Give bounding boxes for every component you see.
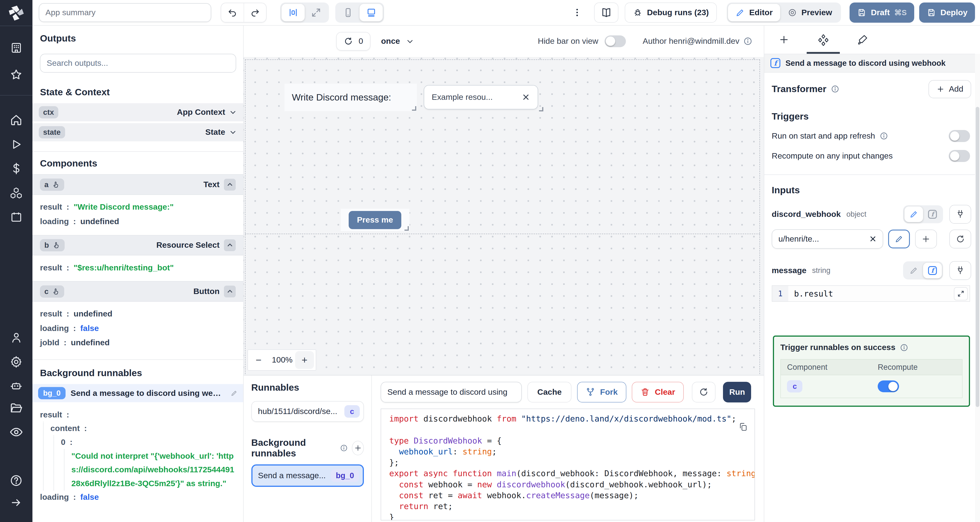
recompute-c-toggle[interactable] [878, 380, 899, 392]
chevron-up-icon[interactable] [224, 239, 236, 251]
info-icon[interactable] [831, 84, 840, 94]
runnable-item[interactable]: hub/1511/discord/se... c [251, 401, 364, 422]
billing-dollar-icon[interactable] [0, 162, 32, 175]
expand-editor-icon[interactable] [954, 287, 968, 300]
kv-value[interactable]: false [80, 324, 99, 333]
workspace-icon[interactable] [0, 41, 32, 54]
kv-value[interactable]: "Write Discord message:" [73, 202, 173, 212]
info-icon[interactable] [880, 132, 888, 140]
workers-robot-icon[interactable] [0, 379, 32, 393]
cache-button[interactable]: Cache [527, 382, 571, 403]
schedule-dropdown[interactable]: once [381, 37, 414, 46]
kv-value[interactable]: undefined [73, 309, 112, 318]
edit-resource-button[interactable] [888, 229, 910, 248]
ctx-row[interactable]: ctx App Context [32, 103, 243, 121]
run-on-start-toggle[interactable] [949, 130, 970, 142]
kv-value[interactable]: undefined [80, 217, 119, 226]
resource-select-component[interactable]: Example resou... [424, 85, 538, 109]
script-name-input[interactable] [381, 382, 522, 403]
text-component[interactable]: Write Discord message: [285, 84, 417, 111]
resize-handle[interactable] [412, 106, 416, 110]
component-row-a[interactable]: a Text [32, 174, 243, 195]
add-resource-button[interactable] [915, 229, 937, 248]
users-icon[interactable] [0, 331, 32, 344]
zoom-out-button[interactable]: − [248, 350, 269, 370]
tab-insert-component[interactable] [764, 25, 804, 54]
component-row-c[interactable]: c Button [32, 281, 243, 302]
resize-handle[interactable] [539, 107, 543, 111]
fork-button[interactable]: Fork [577, 382, 626, 403]
tab-styling[interactable] [843, 25, 883, 54]
recompute-any-toggle[interactable] [949, 150, 970, 162]
info-icon[interactable] [340, 444, 348, 452]
audit-eye-icon[interactable] [0, 425, 32, 439]
fullscreen-button[interactable] [305, 4, 328, 21]
tab-component-settings[interactable] [803, 25, 843, 54]
refresh-count-button[interactable]: 0 [336, 32, 371, 51]
redo-button[interactable] [243, 3, 266, 22]
tree-key[interactable]: content [50, 424, 80, 433]
collapse-arrow-icon[interactable] [0, 497, 32, 509]
clear-x-icon[interactable] [869, 235, 877, 243]
app-canvas[interactable]: Write Discord message: Example resou... … [243, 57, 764, 375]
chevron-up-icon[interactable] [224, 179, 236, 191]
static-pencil-mode[interactable] [904, 207, 923, 222]
add-bg-runnable-button[interactable] [352, 441, 364, 455]
tree-key[interactable]: 0 [61, 438, 65, 447]
center-align-button[interactable] [282, 4, 305, 21]
deploy-button[interactable]: Deploy [919, 3, 975, 22]
debug-runs-button[interactable]: Debug runs (23) [625, 3, 717, 22]
connect-plug-button[interactable] [950, 261, 971, 280]
info-icon[interactable] [900, 343, 908, 352]
message-expression[interactable]: b.result [788, 286, 970, 301]
docs-book-button[interactable] [594, 3, 619, 22]
resize-handle[interactable] [404, 226, 409, 231]
scrollbar-track[interactable] [975, 54, 980, 522]
refresh-resource-button[interactable] [950, 229, 971, 248]
draft-button[interactable]: Draft ⌘S [850, 3, 914, 22]
eval-function-mode[interactable]: f [923, 207, 942, 222]
tree-loading-value[interactable]: false [80, 492, 99, 502]
tree-string-value[interactable]: "Could not interpret "{'webhook_url': 'h… [71, 449, 236, 490]
kv-value[interactable]: "$res:u/henri/testing_bot" [73, 263, 174, 272]
app-summary-input[interactable] [39, 3, 211, 22]
settings-gear-icon[interactable] [0, 355, 32, 369]
message-expr-editor[interactable]: 1 b.result [772, 285, 970, 302]
tab-preview[interactable]: Preview [780, 4, 840, 21]
zoom-in-button[interactable]: + [295, 351, 314, 369]
static-pencil-mode[interactable] [904, 263, 923, 279]
kv-value[interactable]: undefined [71, 338, 110, 347]
home-icon[interactable] [0, 113, 32, 127]
mobile-view-button[interactable] [336, 4, 360, 21]
run-button[interactable]: Run [723, 382, 751, 403]
chevron-up-icon[interactable] [224, 286, 236, 298]
bg-runnable-row[interactable]: bg_0 Send a message to discord using web… [32, 384, 243, 402]
help-icon[interactable] [0, 474, 32, 487]
desktop-view-button[interactable] [360, 4, 383, 21]
runs-play-icon[interactable] [0, 138, 32, 151]
resources-cubes-icon[interactable] [0, 186, 32, 200]
more-menu-button[interactable] [570, 8, 585, 18]
folders-icon[interactable] [0, 401, 32, 415]
tab-editor[interactable]: Editor [728, 4, 780, 21]
resource-select[interactable]: u/henri/te... [772, 229, 883, 249]
press-me-button[interactable]: Press me [349, 211, 401, 229]
scrollbar-thumb[interactable] [976, 107, 980, 407]
favorites-star-icon[interactable] [0, 68, 32, 82]
edit-pencil-icon[interactable] [231, 390, 237, 396]
copy-icon[interactable] [738, 422, 748, 431]
refresh-script-button[interactable] [692, 382, 716, 403]
state-row[interactable]: state State [32, 123, 243, 141]
bg-runnable-item-selected[interactable]: Send a message... bg_0 [251, 465, 364, 487]
undo-button[interactable] [221, 3, 243, 22]
clear-button[interactable]: Clear [632, 382, 684, 403]
add-transformer-button[interactable]: Add [929, 80, 971, 98]
code-editor[interactable]: import discordwebhook from "https://deno… [381, 409, 755, 520]
eval-function-mode[interactable]: f [923, 263, 942, 279]
tree-key[interactable]: result [40, 410, 62, 419]
connect-plug-button[interactable] [950, 205, 971, 224]
clear-x-icon[interactable] [522, 93, 530, 102]
hide-bar-toggle[interactable] [605, 35, 626, 47]
schedules-calendar-icon[interactable] [0, 210, 32, 224]
search-outputs-input[interactable] [40, 54, 236, 73]
